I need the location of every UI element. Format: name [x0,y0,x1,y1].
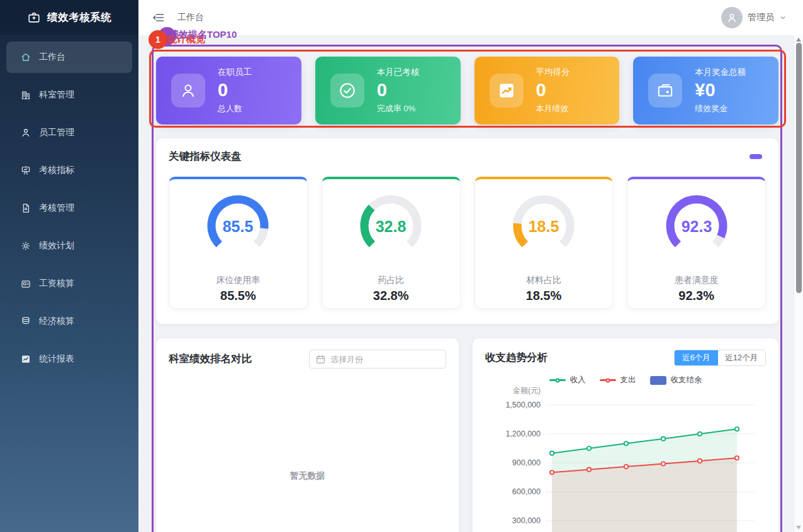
y-tick-label: 900,000 [512,458,541,467]
stat-value: 0 [218,80,252,101]
sidebar-item-performance-plan[interactable]: 绩效计划 [6,230,132,262]
y-tick-label: 1,200,000 [505,429,541,438]
gear-icon [20,240,31,252]
gauge-card-bed-usage: 85.5 床位使用率 85.5% [169,177,308,309]
legend-balance[interactable]: 收支结余 [650,375,702,385]
data-point [698,432,702,436]
section-title-trend: 收支趋势分析 [485,351,548,365]
svg-text:92.3: 92.3 [681,218,712,235]
document-icon [20,202,31,214]
calendar-icon [316,355,325,364]
sidebar-item-salary[interactable]: 工资核算 [6,268,132,299]
trend-chart: 金额(元)1,500,0001,200,000900,000600,000300… [485,385,766,532]
bottom-row: 科室绩效排名对比 暂无数据 收支趋势分析 近6个月 近12个月 [156,338,778,532]
income-expense-trend-panel: 收支趋势分析 近6个月 近12个月 收入 支出 [473,338,778,532]
person-icon [20,127,31,138]
data-point [550,470,554,474]
avatar-icon [721,7,743,28]
user-icon [171,74,205,108]
data-point [698,459,702,463]
easel-board-icon [20,165,31,176]
line-swatch-icon [549,379,566,381]
gauge-percent: 32.8% [373,289,409,303]
svg-text:85.5: 85.5 [223,218,254,235]
sidebar-item-economic[interactable]: 经济核算 [6,306,132,337]
salary-card-icon [20,278,31,289]
scroll-down-arrow-icon[interactable] [796,526,801,529]
sidebar: 绩效考核系统 工作台 科室管理 员工管理 考核指标 考核管理 绩效计划 工资 [0,0,138,532]
month-picker-input[interactable] [330,355,441,364]
stat-subtitle: 绩效奖金 [695,103,746,114]
gauge-label: 药占比 [378,275,404,286]
gauge-card-drug-ratio: 32.8 药占比 32.8% [322,177,461,309]
stat-title: 本月奖金总额 [695,67,746,78]
scroll-up-arrow-icon[interactable] [796,38,801,42]
data-point [624,465,628,468]
page-body: 在职员工 0 总人数 本月已考核 0 完成率 0% [138,35,803,532]
department-ranking-panel: 科室绩效排名对比 暂无数据 [156,338,459,532]
fold-sidebar-icon[interactable] [152,11,165,24]
legend-label: 收支结余 [671,375,702,385]
gauge-card-satisfaction: 92.3 患者满意度 92.3% [627,177,766,309]
app-title: 绩效考核系统 [47,11,111,25]
scrollbar-thumb[interactable] [796,43,802,293]
home-icon [20,52,31,63]
sidebar-item-workbench[interactable]: 工作台 [6,42,132,73]
user-name: 管理员 [748,12,774,23]
stats-overview-row: 在职员工 0 总人数 本月已考核 0 完成率 0% [156,57,778,125]
breadcrumb: 工作台 [177,12,204,23]
range-button-12months[interactable]: 近12个月 [718,350,765,365]
sidebar-item-label: 绩效计划 [39,240,74,252]
gauge-card-material-ratio: 18.5 材料占比 18.5% [474,177,614,309]
data-point [661,437,665,441]
section-title-gauges: 关键指标仪表盘 [169,150,242,163]
stat-card-employees: 在职员工 0 总人数 [156,57,301,125]
sidebar-item-label: 考核管理 [39,202,74,214]
range-button-6months[interactable]: 近6个月 [675,350,717,365]
data-point [735,456,739,460]
gauge-label: 患者满意度 [675,275,719,286]
gauge-grid: 85.5 床位使用率 85.5% 32.8 药占比 32.8% 18.5 材料占… [169,177,766,309]
stat-value: ¥0 [695,80,746,101]
gauge-arc: 32.8 [350,188,432,253]
stat-subtitle: 本月绩效 [536,103,570,114]
legend-income[interactable]: 收入 [549,375,586,385]
sidebar-item-label: 科室管理 [39,89,74,101]
user-menu[interactable]: 管理员 [721,0,787,35]
data-point [587,468,591,472]
sidebar-item-reports[interactable]: 统计报表 [6,343,132,375]
trend-chart-icon [490,74,524,108]
check-circle-icon [330,74,364,108]
data-point [735,427,739,431]
stat-title: 本月已考核 [377,67,420,78]
stat-subtitle: 完成率 0% [377,103,420,114]
header-accent-pill [750,154,762,159]
chevron-down-icon [779,14,787,21]
legend-label: 支出 [620,375,636,385]
data-point [624,441,628,445]
sidebar-item-label: 工作台 [39,52,65,63]
gauge-arc: 92.3 [656,188,738,253]
svg-text:32.8: 32.8 [376,218,407,235]
gauge-percent: 92.3% [678,289,714,303]
line-swatch-icon [600,379,616,381]
gauge-arc: 18.5 [503,188,585,253]
sidebar-item-label: 员工管理 [39,127,74,138]
app-logo: 绩效考核系统 [0,0,138,35]
sidebar-item-assessments[interactable]: 考核管理 [6,192,132,224]
gauge-label: 床位使用率 [216,275,260,286]
data-point [587,446,591,450]
sidebar-item-departments[interactable]: 科室管理 [6,79,132,111]
y-tick-label: 1,500,000 [505,401,541,409]
data-point [550,452,554,455]
month-picker[interactable] [309,350,446,369]
empty-data-text: 暂无数据 [156,470,459,482]
database-icon [20,316,31,327]
sidebar-item-indicators[interactable]: 考核指标 [6,155,132,186]
sidebar-item-employees[interactable]: 员工管理 [6,117,132,148]
stat-title: 在职员工 [218,67,252,78]
bar-swatch-icon [650,376,666,385]
kpi-gauges-panel: 关键指标仪表盘 85.5 床位使用率 85.5% 32.8 药占比 32.8% … [156,138,778,324]
stat-card-average-score: 平均得分 0 本月绩效 [474,57,620,125]
legend-expense[interactable]: 支出 [600,375,636,385]
